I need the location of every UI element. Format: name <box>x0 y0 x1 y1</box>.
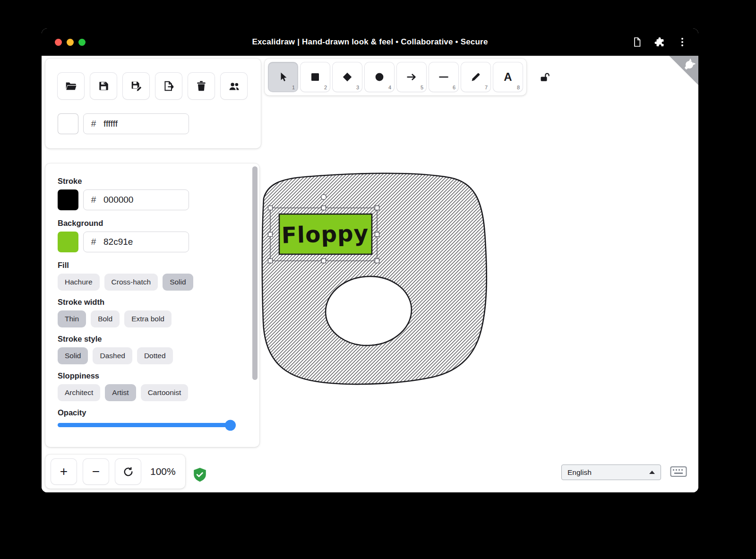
sloppiness-artist[interactable]: Artist <box>105 384 136 401</box>
opacity-slider-thumb[interactable] <box>225 420 236 430</box>
caret-up-icon <box>649 471 655 474</box>
encryption-shield-icon[interactable] <box>193 467 207 484</box>
shape-toolbar-island: 1 2 3 4 5 6 7 <box>265 59 526 95</box>
extensions-puzzle-icon[interactable] <box>654 36 665 48</box>
resize-handle-n[interactable] <box>322 206 326 210</box>
background-section: Background # <box>58 219 247 252</box>
resize-handle-sw[interactable] <box>268 259 273 263</box>
tool-rectangle[interactable]: 2 <box>301 62 330 92</box>
stroke-hex-input[interactable] <box>103 195 183 205</box>
resize-handle-se[interactable] <box>375 259 379 263</box>
traffic-lights <box>55 39 86 46</box>
sloppiness-section: Sloppiness Architect Artist Cartoonist <box>58 371 247 401</box>
background-color-swatch[interactable] <box>58 232 78 252</box>
zoom-in-button[interactable]: + <box>51 459 77 484</box>
tool-diamond[interactable]: 3 <box>333 62 362 92</box>
resize-handle-nw[interactable] <box>268 206 273 210</box>
minimize-window-button[interactable] <box>67 39 74 46</box>
canvas-background-row: # <box>58 113 261 134</box>
opacity-slider[interactable] <box>58 423 234 427</box>
fill-section: Fill Hachure Cross-hatch Solid <box>58 261 247 291</box>
canvas[interactable]: Floppy <box>42 56 698 492</box>
background-hex-input[interactable] <box>103 237 183 247</box>
page-icon[interactable] <box>631 36 643 48</box>
sloppiness-architect[interactable]: Architect <box>58 384 100 401</box>
tool-arrow[interactable]: 5 <box>397 62 426 92</box>
tool-ellipse[interactable]: 4 <box>365 62 394 92</box>
zoom-out-button[interactable]: − <box>83 459 109 484</box>
fill-option-solid[interactable]: Solid <box>163 274 193 291</box>
background-hex-group: # <box>83 232 189 252</box>
opacity-section: Opacity <box>58 408 247 427</box>
fill-option-cross-hatch[interactable]: Cross-hatch <box>104 274 158 291</box>
stroke-style-label: Stroke style <box>58 335 247 344</box>
save-as-button[interactable] <box>123 73 149 99</box>
zoom-reset-button[interactable] <box>115 459 141 484</box>
titlebar-actions <box>631 28 688 56</box>
zoom-window-button[interactable] <box>78 39 86 46</box>
stroke-style-dashed[interactable]: Dashed <box>93 347 132 364</box>
stroke-style-solid[interactable]: Solid <box>58 347 88 364</box>
stroke-style-dotted[interactable]: Dotted <box>137 347 173 364</box>
tool-line[interactable]: 6 <box>429 62 458 92</box>
stroke-width-section: Stroke width Thin Bold Extra bold <box>58 298 247 327</box>
keyboard-shortcuts-icon[interactable] <box>670 465 687 480</box>
stroke-label: Stroke <box>58 177 247 186</box>
collaborators-button[interactable] <box>221 73 247 99</box>
stroke-width-label: Stroke width <box>58 298 247 307</box>
fill-option-hachure[interactable]: Hachure <box>58 274 100 291</box>
zoom-island: + − 100% <box>45 455 185 489</box>
save-button[interactable] <box>90 73 117 99</box>
stroke-hex-group: # <box>83 189 189 210</box>
titlebar: Excalidraw | Hand-drawn look & feel • Co… <box>42 28 698 56</box>
canvas-background-hex-group: # <box>83 113 189 134</box>
text-tool-glyph: A <box>504 70 512 84</box>
sloppiness-cartoonist[interactable]: Cartoonist <box>141 384 189 401</box>
resize-handle-e[interactable] <box>375 232 379 237</box>
lock-tool-button[interactable] <box>534 67 555 88</box>
fill-label: Fill <box>58 261 247 270</box>
stroke-width-thin[interactable]: Thin <box>58 310 86 327</box>
stroke-width-extra-bold[interactable]: Extra bold <box>124 310 172 327</box>
export-button[interactable] <box>155 73 182 99</box>
resize-handle-ne[interactable] <box>375 206 379 210</box>
stroke-style-section: Stroke style Solid Dashed Dotted <box>58 335 247 364</box>
delete-button[interactable] <box>188 73 215 99</box>
tool-draw[interactable]: 7 <box>461 62 490 92</box>
stroke-width-bold[interactable]: Bold <box>91 310 120 327</box>
floppy-label-text[interactable]: Floppy <box>281 220 369 249</box>
properties-panel: Stroke # Background # <box>45 163 259 447</box>
kebab-menu-icon[interactable] <box>677 36 688 48</box>
open-file-button[interactable] <box>58 73 84 99</box>
stroke-color-swatch[interactable] <box>58 189 78 210</box>
resize-handle-w[interactable] <box>268 232 273 237</box>
rotate-handle[interactable] <box>321 195 326 200</box>
close-window-button[interactable] <box>55 39 62 46</box>
hash-prefix: # <box>84 195 103 205</box>
panel-scrollbar[interactable] <box>252 166 258 380</box>
opacity-label: Opacity <box>58 408 247 417</box>
tool-text[interactable]: A 8 <box>493 62 523 92</box>
canvas-background-swatch[interactable] <box>58 113 78 134</box>
hash-prefix: # <box>84 237 103 247</box>
hash-prefix: # <box>84 119 103 129</box>
resize-handle-s[interactable] <box>322 259 326 263</box>
background-label: Background <box>58 219 247 228</box>
language-select-value: English <box>567 468 592 477</box>
tool-selection[interactable]: 1 <box>268 62 298 92</box>
zoom-level: 100% <box>150 466 176 477</box>
language-select[interactable]: English <box>561 464 661 480</box>
file-toolbar-island: # <box>45 59 261 148</box>
window-title: Excalidraw | Hand-drawn look & feel • Co… <box>252 37 488 47</box>
sloppiness-label: Sloppiness <box>58 371 247 380</box>
github-corner[interactable] <box>669 56 698 85</box>
canvas-background-hex-input[interactable] <box>103 119 183 129</box>
stroke-section: Stroke # <box>58 177 247 210</box>
browser-window: Excalidraw | Hand-drawn look & feel • Co… <box>42 28 698 492</box>
